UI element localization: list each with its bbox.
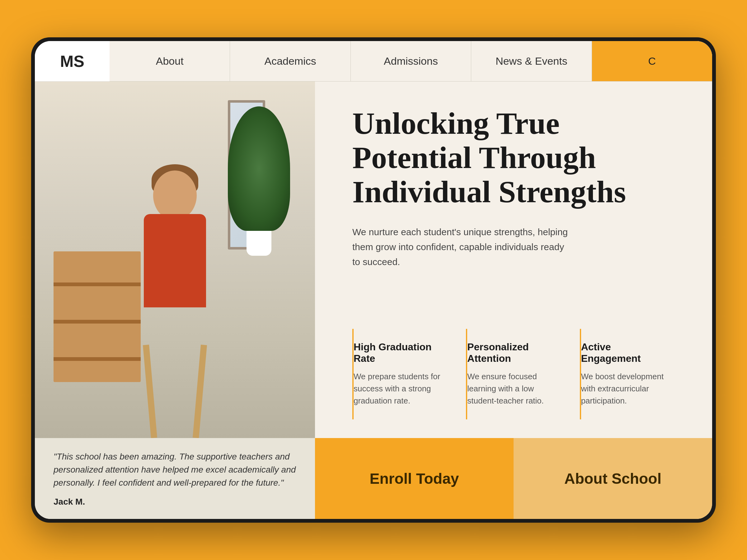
main-content: Unlocking True Potential Through Individ… [35,81,712,438]
nav-links: About Academics Admissions News & Events… [109,41,712,81]
nav-logo: MS [35,41,109,81]
testimonial-author: Jack M. [54,497,296,507]
hero-title: Unlocking True Potential Through Individ… [352,106,681,209]
nav-extra[interactable]: C [592,41,712,81]
enroll-label: Enroll Today [369,470,459,487]
about-school-button[interactable]: About School [514,438,712,519]
cta-section: Enroll Today About School [315,438,712,519]
right-content: Unlocking True Potential Through Individ… [315,81,712,438]
nav-academics[interactable]: Academics [230,41,351,81]
bottom-section: "This school has been amazing. The suppo… [35,438,712,519]
nav-about[interactable]: About [109,41,230,81]
feature-graduation-desc: We prepare students for success with a s… [354,371,441,407]
feature-attention: Personalized Attention We ensure focused… [466,329,567,419]
nav-news-events[interactable]: News & Events [471,41,592,81]
chair-leg-left [143,345,157,438]
tablet-frame: MS About Academics Admissions News & Eve… [31,37,716,523]
chair [128,314,222,438]
chair-leg-right [193,345,207,438]
nav-admissions[interactable]: Admissions [351,41,471,81]
feature-attention-desc: We ensure focused learning with a low st… [467,371,555,407]
feature-engagement: Active Engagement We boost development w… [580,329,681,419]
person-head [153,170,197,220]
feature-graduation: High Graduation Rate We prepare students… [352,329,454,419]
feature-engagement-title: Active Engagement [581,341,669,364]
testimonial: "This school has been amazing. The suppo… [35,438,315,519]
hero-image [35,81,315,438]
hero-subtitle: We nurture each student's unique strengt… [352,224,570,269]
features-row: High Graduation Rate We prepare students… [352,329,681,419]
person-torso [144,214,206,308]
tablet-screen: MS About Academics Admissions News & Eve… [35,41,712,519]
feature-engagement-desc: We boost development with extracurricula… [581,371,669,407]
about-label: About School [564,470,662,487]
testimonial-text: "This school has been amazing. The suppo… [54,450,296,489]
plant-leaves [228,106,290,231]
feature-attention-title: Personalized Attention [467,341,555,364]
feature-graduation-title: High Graduation Rate [354,341,441,364]
enroll-button[interactable]: Enroll Today [315,438,514,519]
logo-text: MS [60,52,84,71]
navigation: MS About Academics Admissions News & Eve… [35,41,712,81]
plant [228,106,290,262]
plant-pot [247,231,272,256]
